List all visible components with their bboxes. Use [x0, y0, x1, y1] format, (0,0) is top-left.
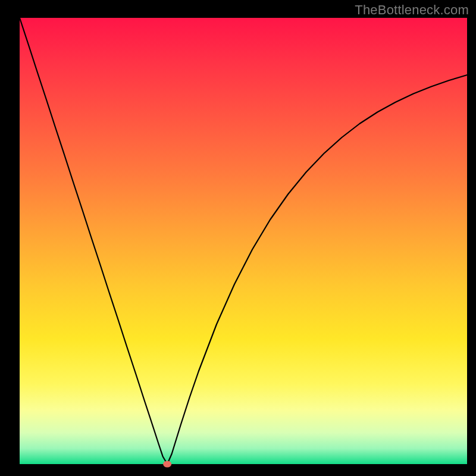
watermark-text: TheBottleneck.com — [355, 2, 469, 18]
chart-container: TheBottleneck.com — [0, 0, 476, 476]
bottleneck-chart — [0, 0, 476, 476]
optimal-point-marker — [163, 461, 171, 468]
plot-background — [20, 18, 467, 464]
